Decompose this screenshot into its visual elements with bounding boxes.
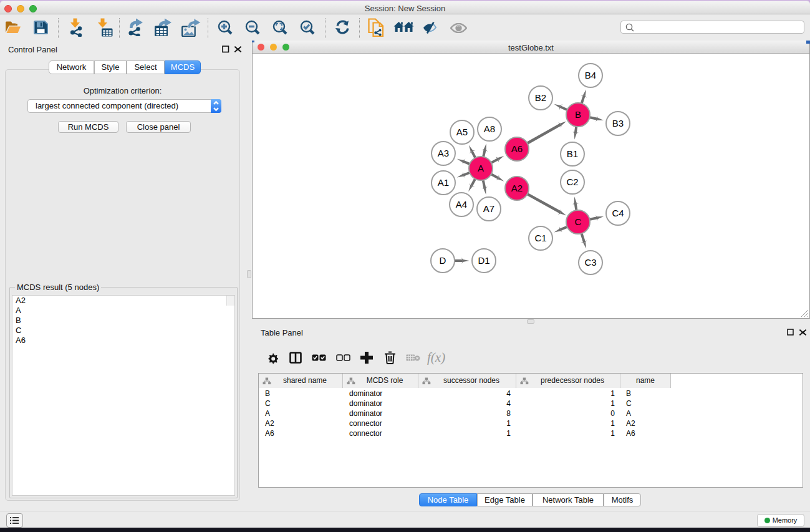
svg-text:B2: B2 — [535, 92, 546, 103]
svg-text:C3: C3 — [584, 257, 596, 268]
svg-text:A: A — [478, 163, 484, 173]
svg-text:B3: B3 — [612, 118, 624, 128]
svg-text:A4: A4 — [456, 199, 467, 210]
svg-text:C2: C2 — [566, 177, 578, 187]
svg-text:A8: A8 — [484, 123, 495, 134]
svg-text:B1: B1 — [567, 148, 578, 159]
svg-text:A5: A5 — [456, 127, 468, 137]
svg-text:B4: B4 — [585, 70, 596, 80]
svg-text:D: D — [440, 255, 446, 266]
svg-text:C: C — [575, 216, 582, 227]
svg-text:A2: A2 — [511, 183, 523, 193]
svg-text:A1: A1 — [438, 177, 449, 188]
svg-text:A7: A7 — [483, 203, 494, 214]
svg-text:B: B — [575, 109, 581, 120]
svg-text:A3: A3 — [438, 148, 449, 158]
svg-text:A6: A6 — [511, 143, 523, 154]
svg-text:C4: C4 — [612, 208, 624, 218]
svg-text:C1: C1 — [534, 233, 546, 243]
svg-text:D1: D1 — [478, 255, 489, 266]
